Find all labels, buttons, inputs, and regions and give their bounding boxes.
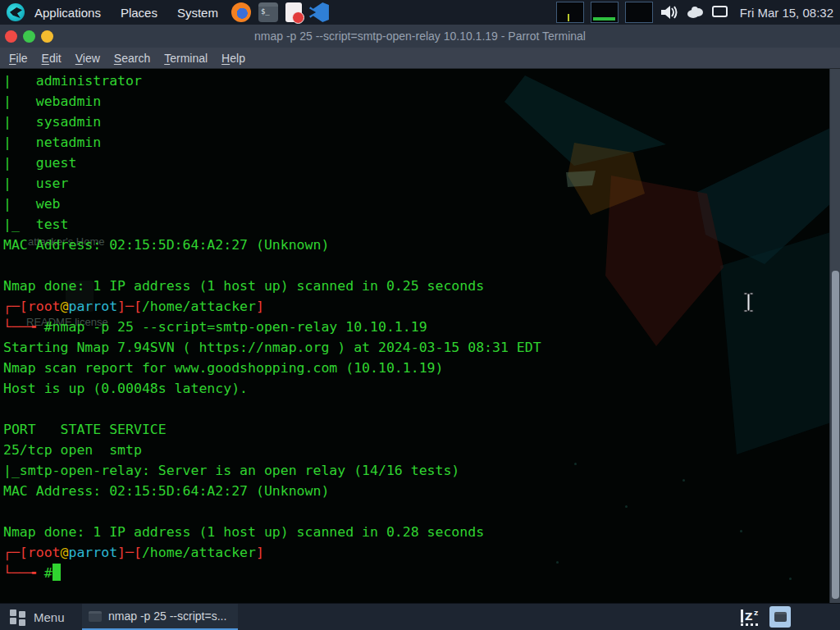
menu-grid-icon — [10, 609, 26, 625]
taskbar: Menu nmap -p 25 --script=s... Zz — [0, 603, 840, 630]
terminal-line: | user — [3, 173, 541, 194]
window-titlebar[interactable]: nmap -p 25 --script=smtp-open-relay 10.1… — [0, 25, 840, 48]
terminal-line: | netadmin — [3, 132, 541, 153]
terminal-line: MAC Address: 02:15:5D:64:A2:27 (Unknown) — [3, 481, 541, 501]
taskbar-menu-button[interactable]: Menu — [0, 604, 76, 630]
terminal-line: | administrator — [3, 71, 541, 91]
menubar-item-help[interactable]: Help — [221, 52, 245, 65]
taskbar-task-label: nmap -p 25 --script=s... — [108, 609, 226, 623]
terminal-line: Nmap done: 1 IP address (1 host up) scan… — [3, 522, 541, 542]
panel-menus: ApplicationsPlacesSystem — [33, 4, 220, 21]
menubar-item-file[interactable]: File — [9, 52, 28, 65]
menubar-item-view[interactable]: View — [75, 52, 100, 65]
terminal-viewport[interactable]: attacker's Home README.license | adminis… — [0, 69, 840, 603]
terminal-output: | administrator| webadmin| sysadmin| net… — [3, 71, 541, 583]
clock[interactable]: Fri Mar 15, 08:32 — [740, 6, 833, 20]
terminal-line: | sysadmin — [3, 112, 541, 132]
panel-launchers: $_ — [231, 2, 329, 22]
terminal-line: Nmap scan report for www.goodshopping.co… — [3, 358, 541, 378]
active-tray-terminal-icon[interactable] — [769, 606, 791, 628]
terminal-line: | web — [3, 194, 541, 214]
terminal-line: ┌─[root@parrot]─[/home/attacker] — [3, 296, 541, 317]
vscode-icon[interactable] — [309, 2, 329, 22]
terminal-line: | guest — [3, 153, 541, 173]
terminal-cursor — [52, 564, 61, 581]
weather-cloud-icon[interactable] — [686, 5, 705, 20]
terminal-scrollbar[interactable] — [829, 69, 840, 603]
taskbar-tray: Zz — [740, 606, 840, 628]
panel-tray: Fri Mar 15, 08:32 — [556, 2, 840, 23]
window-title: nmap -p 25 --script=smtp-open-relay 10.1… — [0, 30, 840, 43]
cpu-graph-icon[interactable] — [556, 2, 584, 23]
top-panel: ApplicationsPlacesSystem $_ — [0, 0, 840, 25]
display-icon[interactable] — [712, 6, 728, 19]
terminal-line — [3, 501, 541, 522]
terminal-line: Starting Nmap 7.94SVN ( https://nmap.org… — [3, 337, 541, 358]
terminal-line — [3, 399, 541, 419]
terminal-line: | webadmin — [3, 91, 541, 112]
firefox-icon[interactable] — [231, 2, 251, 22]
terminal-line: Nmap done: 1 IP address (1 host up) scan… — [3, 276, 541, 296]
terminal-icon — [89, 611, 102, 622]
menubar-item-edit[interactable]: Edit — [42, 52, 62, 65]
menubar-item-terminal[interactable]: Terminal — [164, 52, 208, 65]
panel-menu-applications[interactable]: Applications — [33, 4, 103, 21]
zzz-notification-icon[interactable]: Zz — [740, 608, 761, 626]
terminal-icon — [774, 612, 787, 622]
parrot-os-logo-icon[interactable] — [7, 3, 25, 21]
taskbar-task-button[interactable]: nmap -p 25 --script=s... — [82, 604, 238, 630]
text-editor-icon[interactable] — [285, 2, 302, 22]
terminal-line: 25/tcp open smtp — [3, 440, 541, 460]
panel-menu-system[interactable]: System — [176, 4, 220, 21]
network-graph-icon[interactable] — [625, 2, 653, 23]
menubar-item-search[interactable]: Search — [114, 52, 150, 65]
desktop-root: ApplicationsPlacesSystem $_ — [0, 0, 840, 630]
taskbar-menu-label: Menu — [34, 610, 65, 624]
terminal-window: nmap -p 25 --script=smtp-open-relay 10.1… — [0, 25, 840, 603]
terminal-line: MAC Address: 02:15:5D:64:A2:27 (Unknown) — [3, 235, 541, 255]
panel-menu-places[interactable]: Places — [119, 4, 159, 21]
speaker-icon[interactable] — [660, 4, 679, 21]
terminal-line: |_ test — [3, 214, 541, 235]
terminal-line — [3, 255, 541, 276]
terminal-line: Host is up (0.00048s latency). — [3, 378, 541, 399]
mouse-ibeam-cursor — [742, 292, 756, 313]
memory-graph-icon[interactable] — [591, 2, 619, 23]
terminal-line: └──╼ # — [3, 563, 541, 583]
terminal-line: └──╼ #nmap -p 25 --script=smtp-open-rela… — [3, 317, 541, 337]
terminal-line: PORT STATE SERVICE — [3, 419, 541, 440]
terminal-launcher-icon[interactable]: $_ — [258, 2, 278, 22]
terminal-line: |_smtp-open-relay: Server is an open rel… — [3, 460, 541, 481]
terminal-menubar: FileEditViewSearchTerminalHelp — [0, 48, 840, 69]
terminal-line: ┌─[root@parrot]─[/home/attacker] — [3, 542, 541, 563]
scrollbar-thumb[interactable] — [832, 271, 839, 599]
